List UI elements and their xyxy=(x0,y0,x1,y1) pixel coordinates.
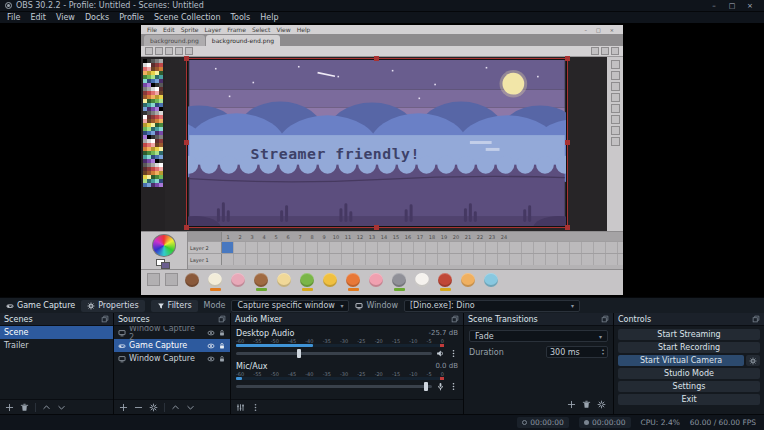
emote-frame[interactable] xyxy=(413,273,431,291)
monitor-icon xyxy=(118,355,126,363)
emote-frame[interactable] xyxy=(390,273,408,291)
emote-frame[interactable] xyxy=(298,273,316,291)
scene-preview[interactable]: File Edit Sprite Layer Frame Select View… xyxy=(0,23,764,297)
volume-slider[interactable] xyxy=(236,385,432,388)
popout-icon[interactable] xyxy=(451,315,459,323)
volume-slider[interactable] xyxy=(236,352,432,355)
emote-frame[interactable] xyxy=(482,273,500,291)
scene-item-trailer[interactable]: Trailer xyxy=(0,339,113,352)
maximize-button[interactable]: □ xyxy=(723,0,741,11)
aseprite-tool-icon xyxy=(591,47,599,55)
emote-frame[interactable] xyxy=(275,273,293,291)
settings-button[interactable]: Settings xyxy=(618,381,760,392)
exit-button[interactable]: Exit xyxy=(618,394,760,405)
eye-icon[interactable] xyxy=(207,329,215,337)
popout-icon[interactable] xyxy=(218,315,226,323)
menu-help[interactable]: Help xyxy=(255,13,283,22)
menu-edit[interactable]: Edit xyxy=(25,13,51,22)
emote-frame[interactable] xyxy=(436,273,454,291)
menu-docks[interactable]: Docks xyxy=(80,13,114,22)
aseprite-close: × xyxy=(607,27,617,33)
popout-icon[interactable] xyxy=(752,315,760,323)
emote-frame[interactable] xyxy=(459,273,477,291)
start-virtual-camera-button[interactable]: Start Virtual Camera xyxy=(618,355,744,366)
emote-frame[interactable] xyxy=(252,273,270,291)
cpu-usage: CPU: 2.4% xyxy=(641,418,680,427)
spinner-arrows[interactable]: ▴▾ xyxy=(602,348,604,356)
filters-button[interactable]: Filters xyxy=(151,300,198,312)
start-recording-button[interactable]: Start Recording xyxy=(618,342,760,353)
emote-frame[interactable] xyxy=(344,273,362,291)
palette-swatch[interactable] xyxy=(159,183,163,187)
frame-number: 21 xyxy=(462,234,474,240)
scene-item-scene[interactable]: Scene xyxy=(0,326,113,339)
move-source-up-button[interactable] xyxy=(171,403,180,412)
menu-file[interactable]: File xyxy=(2,13,25,22)
slider-handle[interactable] xyxy=(297,349,301,358)
source-item-window-capture-2[interactable]: Window Capture 2 xyxy=(114,326,230,339)
mixer-settings-icon[interactable] xyxy=(236,403,245,412)
close-button[interactable]: × xyxy=(741,0,759,11)
aseprite-menu-edit: Edit xyxy=(160,26,178,33)
lock-icon[interactable] xyxy=(218,329,226,337)
move-source-down-button[interactable] xyxy=(186,403,195,412)
slider-handle[interactable] xyxy=(424,382,428,391)
transition-properties-button[interactable] xyxy=(597,400,606,409)
minimize-button[interactable]: – xyxy=(705,0,723,11)
source-item-game-capture[interactable]: Game Capture xyxy=(114,339,230,352)
capture-mode-select[interactable]: Capture specific window ▾ xyxy=(231,300,349,312)
eye-icon[interactable] xyxy=(207,342,215,350)
emote-frame[interactable] xyxy=(229,273,247,291)
aseprite-menu-select: Select xyxy=(249,26,274,33)
emote-frame[interactable] xyxy=(321,273,339,291)
aseprite-toolbar xyxy=(141,46,623,57)
menu-tools[interactable]: Tools xyxy=(226,13,256,22)
properties-button[interactable]: Properties xyxy=(81,300,144,312)
eye-icon[interactable] xyxy=(207,355,215,363)
remove-transition-button[interactable] xyxy=(582,400,591,409)
popout-icon[interactable] xyxy=(101,315,109,323)
studio-mode-button[interactable]: Studio Mode xyxy=(618,368,760,379)
source-item-window-capture[interactable]: Window Capture xyxy=(114,352,230,365)
clip-indicator xyxy=(440,344,444,347)
remove-source-button[interactable] xyxy=(134,403,143,412)
menu-scene-collection[interactable]: Scene Collection xyxy=(149,13,226,22)
remove-scene-button[interactable] xyxy=(20,403,29,412)
aseprite-tool-icon xyxy=(611,137,620,146)
move-scene-up-button[interactable] xyxy=(42,403,51,412)
lock-icon[interactable] xyxy=(218,342,226,350)
transition-select[interactable]: Fade ▾ xyxy=(469,330,608,342)
virtual-camera-settings-button[interactable] xyxy=(746,355,760,366)
aseprite-window-controls: – □ × xyxy=(579,27,620,33)
emote-frame[interactable] xyxy=(183,273,201,291)
add-transition-button[interactable] xyxy=(567,400,576,409)
kebab-menu-icon[interactable] xyxy=(251,403,260,412)
menu-view[interactable]: View xyxy=(51,13,80,22)
pixel-art-canvas[interactable]: Streamer friendly! xyxy=(187,59,567,227)
kebab-menu-icon[interactable] xyxy=(449,382,458,391)
menu-profile[interactable]: Profile xyxy=(114,13,149,22)
divider xyxy=(35,403,36,412)
popout-icon[interactable] xyxy=(601,315,609,323)
frame-number: 19 xyxy=(438,234,450,240)
aseprite-menu-file: File xyxy=(144,26,160,33)
frame-number: 9 xyxy=(318,234,330,240)
add-source-button[interactable] xyxy=(119,403,128,412)
aseprite-tab: background.png xyxy=(144,35,205,46)
start-streaming-button[interactable]: Start Streaming xyxy=(618,329,760,340)
emote-frame[interactable] xyxy=(367,273,385,291)
duration-spinner[interactable]: 300 ms ▴▾ xyxy=(546,346,608,358)
source-properties-button[interactable] xyxy=(149,403,158,412)
chevron-down-icon: ▾ xyxy=(340,302,343,309)
move-scene-down-button[interactable] xyxy=(57,403,66,412)
mic-icon[interactable] xyxy=(436,382,445,391)
lock-icon[interactable] xyxy=(218,355,226,363)
aseprite-tool-icon xyxy=(145,47,153,55)
source-name: Game Capture xyxy=(17,301,75,310)
speaker-icon[interactable] xyxy=(436,349,445,358)
transitions-header: Scene Transitions xyxy=(464,313,613,326)
add-scene-button[interactable] xyxy=(5,403,14,412)
capture-window-select[interactable]: [Dino.exe]: Dino ▾ xyxy=(404,300,580,312)
emote-frame[interactable] xyxy=(206,273,224,291)
kebab-menu-icon[interactable] xyxy=(449,349,458,358)
